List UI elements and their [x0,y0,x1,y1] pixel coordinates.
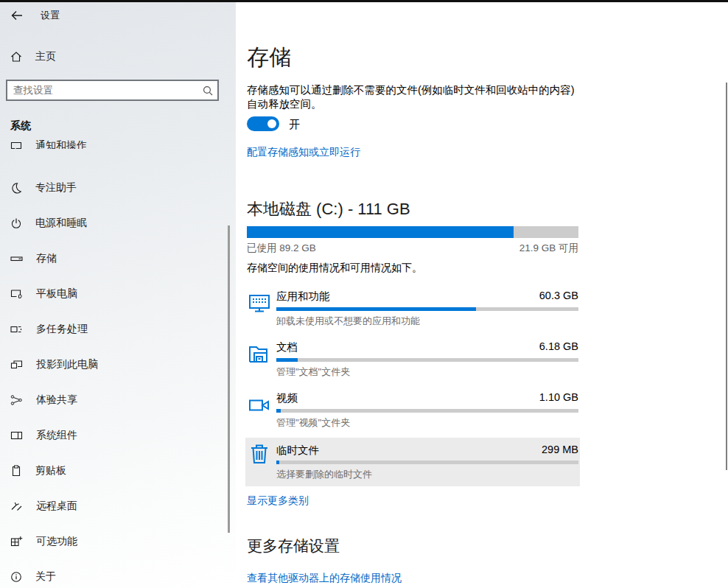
page-title: 存储 [247,43,291,73]
sidebar-item-remote-desktop[interactable]: 远程桌面 [0,497,225,516]
sidebar-item-multitasking[interactable]: 多任务处理 [0,320,225,339]
disk-usage-bar [247,226,578,238]
documents-icon [248,345,270,364]
clipboard-icon [10,465,22,477]
main-content: 存储 存储感知可以通过删除不需要的文件(例如临时文件和回收站中的内容)自动释放空… [236,2,728,588]
sidebar-item-notifications-clipped[interactable]: 通知和操作 [0,136,225,149]
main-scrollbar[interactable] [726,83,727,470]
sidebar-item-optional-features[interactable]: 可选功能 [0,532,225,551]
sidebar: 设置 主页 系统 通知和操作 专注助手 [0,2,236,588]
sidebar-item-system-components[interactable]: 系统组件 [0,426,225,445]
sidebar-home-label: 主页 [35,50,56,63]
sidebar-item-notifications[interactable]: 通知和操作 [0,136,225,149]
notifications-icon [10,140,22,149]
category-bar [276,307,578,311]
search-icon[interactable] [198,85,217,96]
sidebar-item-clipboard[interactable]: 剪贴板 [0,461,225,480]
home-icon [10,51,22,63]
sidebar-scrollbar[interactable] [228,225,230,533]
disk-usage-bar-fill [247,226,514,238]
sidebar-item-shared-experiences[interactable]: 体验共享 [0,391,225,410]
sidebar-item-tablet[interactable]: 平板电脑 [0,284,225,304]
storage-icon [10,253,23,265]
sidebar-item-home[interactable]: 主页 [10,49,224,65]
remote-desktop-icon [10,500,23,512]
configure-storage-sense-link[interactable]: 配置存储感知或立即运行 [247,146,360,159]
optional-features-icon [10,536,23,547]
disk-free-label: 21.9 GB 可用 [247,242,578,255]
multitasking-icon [10,323,23,335]
sidebar-item-focus-assist[interactable]: 专注助手 [0,178,225,197]
category-row-apps-features[interactable]: 应用和功能 60.3 GB 卸载未使用或不想要的应用和功能 [245,287,580,332]
storage-sense-description: 存储感知可以通过删除不需要的文件(例如临时文件和回收站中的内容)自动释放空间。 [247,83,577,111]
category-bar [276,409,578,413]
videos-icon [248,396,270,415]
sidebar-item-power-sleep[interactable]: 电源和睡眠 [0,214,225,233]
sidebar-item-about[interactable]: 关于 [0,567,225,587]
category-row-temp-files[interactable]: 临时文件 299 MB 选择要删除的临时文件 [245,438,580,486]
sidebar-section-system: 系统 [10,119,31,133]
category-bar [276,461,578,464]
temp-files-icon [250,444,269,464]
sidebar-item-storage[interactable]: 存储 [0,249,225,268]
project-to-pc-icon [10,359,23,371]
apps-features-icon [248,294,270,313]
power-icon [10,217,22,229]
shared-experiences-icon [10,394,23,406]
app-title: 设置 [41,9,60,22]
toggle-state-label: 开 [289,118,300,132]
system-components-icon [10,430,23,441]
category-row-videos[interactable]: 视频 1.10 GB 管理"视频"文件夹 [245,388,580,434]
tablet-icon [10,288,23,300]
search-box[interactable] [6,80,219,101]
about-icon [10,571,22,583]
category-row-documents[interactable]: 文档 6.18 GB 管理"文档"文件夹 [245,337,580,383]
category-bar [276,358,578,362]
sidebar-item-projecting[interactable]: 投影到此电脑 [0,355,225,374]
show-more-categories-link[interactable]: 显示更多类别 [247,494,309,508]
more-storage-settings-header: 更多存储设置 [247,536,340,556]
storage-sense-toggle[interactable] [247,116,279,131]
back-button[interactable] [6,6,28,25]
back-arrow-icon [11,10,23,21]
usage-description: 存储空间的使用情况和可用情况如下。 [247,262,422,275]
focus-assist-icon [10,182,22,194]
other-drives-link[interactable]: 查看其他驱动器上的存储使用情况 [247,572,402,585]
disk-title: 本地磁盘 (C:) - 111 GB [247,198,410,220]
toggle-knob [267,119,276,128]
search-input[interactable] [7,81,198,99]
